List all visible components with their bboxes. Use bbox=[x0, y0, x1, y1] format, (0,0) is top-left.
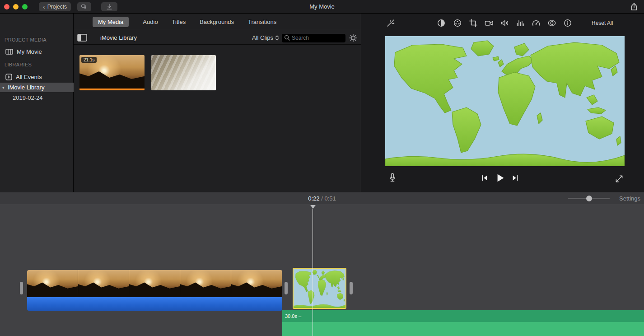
reset-all-button[interactable]: Reset All bbox=[592, 20, 613, 26]
media-tabs: My Media Audio Titles Backgrounds Transi… bbox=[74, 14, 361, 30]
sidebar-item-all-events[interactable]: All Events bbox=[0, 72, 74, 82]
filmstrip-frame bbox=[78, 270, 129, 297]
events-star-icon bbox=[5, 74, 12, 80]
timeline[interactable]: 30.0s – bbox=[0, 204, 644, 336]
map-clip-thumbnail bbox=[294, 269, 345, 308]
sidebar-item-my-movie[interactable]: My Movie bbox=[0, 47, 74, 56]
tab-transitions[interactable]: Transitions bbox=[248, 19, 276, 25]
sidebar-item-label: 2019-02-24 bbox=[13, 94, 43, 101]
sidebar-item-event-date[interactable]: 2019-02-24 bbox=[0, 93, 74, 103]
info-icon[interactable] bbox=[563, 19, 572, 28]
background-clip-header bbox=[282, 310, 644, 322]
timeline-zoom-slider[interactable] bbox=[568, 198, 610, 199]
filmstrip bbox=[27, 270, 282, 297]
used-in-project-marker bbox=[79, 89, 145, 90]
media-clip-waves[interactable] bbox=[151, 55, 216, 90]
libraries-header: LIBRARIES bbox=[5, 62, 32, 67]
fullscreen-icon[interactable] bbox=[614, 174, 624, 184]
sidebar-toggle-icon[interactable] bbox=[77, 34, 87, 42]
audio-waveform-bar[interactable] bbox=[27, 297, 282, 311]
world-map-frame bbox=[385, 36, 625, 166]
noise-reduction-icon[interactable] bbox=[516, 19, 525, 28]
microphone-icon[interactable] bbox=[387, 173, 397, 182]
search-icon bbox=[284, 35, 290, 41]
clips-filter-label: All Clips bbox=[252, 34, 273, 41]
project-media-header: PROJECT MEDIA bbox=[5, 37, 47, 42]
share-icon[interactable] bbox=[630, 2, 639, 11]
trim-handle-middle[interactable] bbox=[285, 282, 288, 294]
color-balance-icon[interactable] bbox=[437, 19, 446, 28]
tab-titles[interactable]: Titles bbox=[172, 19, 186, 25]
play-icon[interactable] bbox=[495, 173, 505, 183]
library-sidebar: PROJECT MEDIA My Movie LIBRARIES All Eve… bbox=[0, 14, 74, 192]
previous-icon[interactable] bbox=[481, 174, 489, 182]
playhead-line[interactable] bbox=[313, 209, 313, 336]
clip-duration-badge: 21.1s bbox=[81, 57, 97, 63]
filmstrip-frame bbox=[129, 270, 180, 297]
filmstrip-frame bbox=[231, 270, 282, 297]
browser-settings-gear-icon[interactable] bbox=[349, 33, 358, 42]
media-browser: My Media Audio Titles Backgrounds Transi… bbox=[74, 14, 361, 192]
effects-icon[interactable] bbox=[547, 19, 556, 28]
timeline-clip-map-selected[interactable] bbox=[293, 268, 346, 309]
sidebar-item-imovie-library[interactable]: ▾ iMovie Library bbox=[0, 83, 74, 92]
timeline-clip-sunset[interactable] bbox=[27, 270, 282, 311]
background-clip-label: 30.0s – bbox=[285, 313, 301, 319]
timeline-background-clip[interactable]: 30.0s – bbox=[282, 310, 644, 336]
window-title: My Movie bbox=[0, 3, 644, 10]
tab-audio[interactable]: Audio bbox=[143, 19, 158, 25]
clips-filter-dropdown[interactable]: All Clips bbox=[252, 34, 279, 41]
volume-icon[interactable] bbox=[500, 19, 509, 28]
zoom-slider-thumb[interactable] bbox=[586, 196, 592, 201]
sidebar-item-label: iMovie Library bbox=[8, 84, 45, 91]
preview-panel: Reset All bbox=[361, 14, 644, 192]
chevron-up-down-icon bbox=[275, 35, 279, 41]
search-input[interactable] bbox=[282, 34, 345, 42]
filmstrip-frame bbox=[27, 270, 78, 297]
titlebar: ‹ Projects My Movie bbox=[0, 0, 644, 14]
sidebar-item-label: All Events bbox=[16, 74, 42, 80]
crop-icon[interactable] bbox=[469, 19, 478, 28]
enhance-wand-icon[interactable] bbox=[386, 19, 395, 28]
timeline-settings-button[interactable]: Settings bbox=[619, 195, 640, 202]
trim-handle-left[interactable] bbox=[20, 282, 23, 294]
media-toolbar: iMovie Library All Clips bbox=[74, 31, 361, 45]
current-time: 0:22 bbox=[308, 195, 319, 202]
stabilization-icon[interactable] bbox=[485, 19, 494, 28]
tab-backgrounds[interactable]: Backgrounds bbox=[200, 19, 234, 25]
disclosure-triangle-icon[interactable]: ▾ bbox=[2, 85, 5, 90]
time-display: 0:22 / 0:51 bbox=[0, 195, 644, 202]
color-correction-icon[interactable] bbox=[453, 19, 462, 28]
total-duration: 0:51 bbox=[324, 195, 336, 202]
sidebar-item-label: My Movie bbox=[17, 48, 42, 55]
speed-icon[interactable] bbox=[532, 19, 541, 28]
video-viewer[interactable] bbox=[385, 36, 625, 166]
filmstrip-frame bbox=[180, 270, 231, 297]
playback-controls bbox=[481, 173, 519, 183]
search-field-wrap bbox=[282, 33, 345, 42]
media-clip-sunset[interactable]: 21.1s bbox=[79, 55, 145, 90]
trim-handle-right[interactable] bbox=[350, 282, 353, 294]
filmstrip-icon bbox=[5, 49, 13, 55]
timeline-header: 0:22 / 0:51 Settings bbox=[0, 192, 644, 204]
tab-my-media[interactable]: My Media bbox=[93, 17, 129, 27]
next-icon[interactable] bbox=[511, 174, 519, 182]
library-title: iMovie Library bbox=[100, 34, 137, 41]
playhead-handle[interactable] bbox=[310, 205, 316, 211]
